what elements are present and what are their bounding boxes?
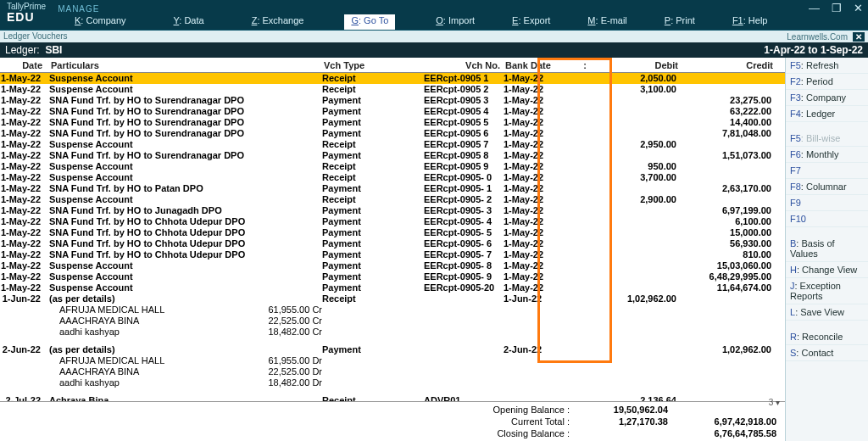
menu-p[interactable]: P: Print bbox=[658, 14, 702, 30]
side-F6[interactable]: F6: Monthly bbox=[786, 147, 868, 163]
side-S[interactable]: S: Contact bbox=[786, 345, 868, 361]
side-panel: F5: RefreshF2: PeriodF3: CompanyF4: Ledg… bbox=[785, 58, 868, 441]
hdr-date: Date bbox=[2, 60, 46, 70]
hdr-debit: Debit bbox=[602, 60, 678, 70]
hdr-particulars: Particulars bbox=[46, 60, 258, 70]
side-F3[interactable]: F3: Company bbox=[786, 90, 868, 106]
opening-balance-credit bbox=[682, 405, 776, 415]
opening-balance-label: Opening Balance : bbox=[468, 405, 570, 415]
voucher-row[interactable]: 1-May-22SNA Fund Trf. by HO to Patan DPO… bbox=[0, 183, 785, 194]
side-F7: F7 bbox=[786, 163, 868, 179]
voucher-row[interactable]: 1-May-22SNA Fund Trf. by HO to Surendran… bbox=[0, 128, 785, 139]
sub-detail-row: AAACHRAYA BINA22,525.00 Dr bbox=[0, 366, 785, 377]
voucher-row[interactable]: 1-May-22SNA Fund Trf. by HO to Chhota Ud… bbox=[0, 227, 785, 238]
ledger-header: Ledger: SBI 1-Apr-22 to 1-Sep-22 bbox=[0, 42, 868, 58]
ledger-name: SBI bbox=[45, 44, 62, 56]
side-F5: F5: Bill-wise bbox=[786, 131, 868, 147]
side-B[interactable]: B: Basis of Values bbox=[786, 236, 868, 262]
menu-f1[interactable]: F1: Help bbox=[726, 14, 775, 30]
app-name-big: EDU bbox=[7, 11, 46, 23]
manage-label: MANAGE bbox=[58, 4, 99, 14]
sub-detail-row: aadhi kashyap18,482.00 Cr bbox=[0, 327, 785, 338]
close-screen-button[interactable]: ✕ bbox=[853, 32, 865, 42]
menu-z[interactable]: Z: Exchange bbox=[245, 14, 311, 30]
side-F8[interactable]: F8: Columnar bbox=[786, 179, 868, 195]
voucher-row[interactable]: 1-May-22SNA Fund Trf. by HO to Chhota Ud… bbox=[0, 216, 785, 227]
voucher-row[interactable]: 1-May-22SNA Fund Trf. by HO to Chhota Ud… bbox=[0, 249, 785, 260]
hdr-credit: Credit bbox=[678, 60, 773, 70]
menu-o[interactable]: O: Import bbox=[429, 14, 481, 30]
voucher-row[interactable]: 1-Jun-22(as per details)Receipt1-Jun-221… bbox=[0, 293, 785, 304]
sub-detail-row: AFRUJA MEDICAL HALL61,955.00 Dr bbox=[0, 355, 785, 366]
opening-balance-debit: 19,50,962.04 bbox=[583, 405, 668, 415]
hdr-vch-type: Vch Type bbox=[324, 60, 426, 70]
hdr-bank-date: Bank Date bbox=[505, 60, 568, 70]
hdr-vch-no: Vch No. bbox=[426, 60, 505, 70]
voucher-row[interactable]: 1-May-22Suspense AccountReceiptEERcpt-09… bbox=[0, 161, 785, 172]
grid-footer: Opening Balance : 19,50,962.04 Current T… bbox=[0, 401, 785, 441]
current-total-debit: 1,27,170.38 bbox=[583, 416, 668, 427]
voucher-row[interactable]: 1-May-22Suspense AccountReceiptEERcpt-09… bbox=[0, 139, 785, 150]
minimize-button[interactable]: — bbox=[809, 2, 820, 14]
closing-balance-debit bbox=[583, 428, 668, 438]
menu-y[interactable]: Y: Data bbox=[167, 14, 211, 30]
voucher-row[interactable]: 1-May-22Suspense AccountPaymentEERcpt-09… bbox=[0, 282, 785, 293]
sub-detail-row: AFRUJA MEDICAL HALL61,955.00 Cr bbox=[0, 304, 785, 315]
side-L[interactable]: L: Save View bbox=[786, 304, 868, 321]
current-total-label: Current Total : bbox=[468, 416, 570, 427]
close-button[interactable]: ✕ bbox=[854, 2, 863, 14]
ledger-label: Ledger: bbox=[5, 44, 40, 56]
voucher-row[interactable]: 1-May-22SNA Fund Trf. by HO to Junagadh … bbox=[0, 205, 785, 216]
sub-header: Ledger Vouchers Learnwells.Com ✕ bbox=[0, 31, 868, 42]
menu-bar: K: CompanyY: DataZ: ExchangeG: Go ToO: I… bbox=[68, 14, 861, 30]
more-rows-indicator[interactable]: 3 ▾ bbox=[769, 398, 780, 407]
closing-balance-credit: 6,76,64,785.58 bbox=[682, 428, 776, 438]
voucher-row[interactable]: 1-May-22Suspense AccountReceiptEERcpt-09… bbox=[0, 84, 785, 95]
voucher-row[interactable]: 1-May-22SNA Fund Trf. by HO to Chhota Ud… bbox=[0, 238, 785, 249]
period-range: 1-Apr-22 to 1-Sep-22 bbox=[764, 44, 863, 56]
side-F5[interactable]: F5: Refresh bbox=[786, 58, 868, 74]
closing-balance-label: Closing Balance : bbox=[468, 428, 570, 438]
screen-title: Ledger Vouchers bbox=[3, 31, 68, 42]
menu-g[interactable]: G: Go To bbox=[344, 14, 395, 30]
voucher-row[interactable]: 1-May-22SNA Fund Trf. by HO to Surendran… bbox=[0, 95, 785, 106]
voucher-row[interactable]: 1-May-22Suspense AccountReceiptEERcpt-09… bbox=[0, 172, 785, 183]
maximize-button[interactable]: ❐ bbox=[832, 2, 842, 14]
voucher-row[interactable]: 1-May-22Suspense AccountReceiptEERcpt-09… bbox=[0, 73, 785, 84]
voucher-row[interactable]: 1-May-22Suspense AccountReceiptEERcpt-09… bbox=[0, 194, 785, 205]
voucher-grid: Date Particulars Vch Type Vch No. Bank D… bbox=[0, 58, 785, 441]
voucher-row[interactable]: 1-May-22SNA Fund Trf. by HO to Surendran… bbox=[0, 150, 785, 161]
side-F10: F10 bbox=[786, 211, 868, 227]
side-R[interactable]: R: Reconcile bbox=[786, 329, 868, 345]
side-H[interactable]: H: Change View bbox=[786, 262, 868, 278]
voucher-row[interactable]: 1-May-22SNA Fund Trf. by HO to Surendran… bbox=[0, 106, 785, 117]
app-logo: TallyPrime EDU bbox=[7, 3, 46, 23]
side-F2[interactable]: F2: Period bbox=[786, 74, 868, 90]
voucher-row[interactable]: 2-Jun-22(as per details)Payment2-Jun-221… bbox=[0, 344, 785, 355]
menu-e[interactable]: E: Export bbox=[505, 14, 557, 30]
sub-detail-row: AAACHRAYA BINA22,525.00 Cr bbox=[0, 315, 785, 327]
voucher-row[interactable]: 1-May-22Suspense AccountPaymentEERcpt-09… bbox=[0, 260, 785, 271]
grid-headers: Date Particulars Vch Type Vch No. Bank D… bbox=[0, 58, 785, 73]
side-J[interactable]: J: Exception Reports bbox=[786, 278, 868, 304]
voucher-row[interactable]: 2-Jul-22Achraya BinaReceiptADVR012,136.6… bbox=[0, 395, 785, 401]
sub-detail-row: aadhi kashyap18,482.00 Dr bbox=[0, 377, 785, 388]
side-F4[interactable]: F4: Ledger bbox=[786, 106, 868, 122]
title-bar: TallyPrime EDU MANAGE — ❐ ✕ K: CompanyY:… bbox=[0, 0, 868, 31]
voucher-row[interactable]: 1-May-22SNA Fund Trf. by HO to Surendran… bbox=[0, 117, 785, 128]
company-name: Learnwells.Com bbox=[787, 32, 848, 42]
menu-m[interactable]: M: E-mail bbox=[581, 14, 633, 30]
menu-k[interactable]: K: Company bbox=[68, 14, 133, 30]
side-F9: F9 bbox=[786, 195, 868, 211]
current-total-credit: 6,97,42,918.00 bbox=[682, 416, 776, 427]
voucher-row[interactable]: 1-May-22Suspense AccountPaymentEERcpt-09… bbox=[0, 271, 785, 282]
